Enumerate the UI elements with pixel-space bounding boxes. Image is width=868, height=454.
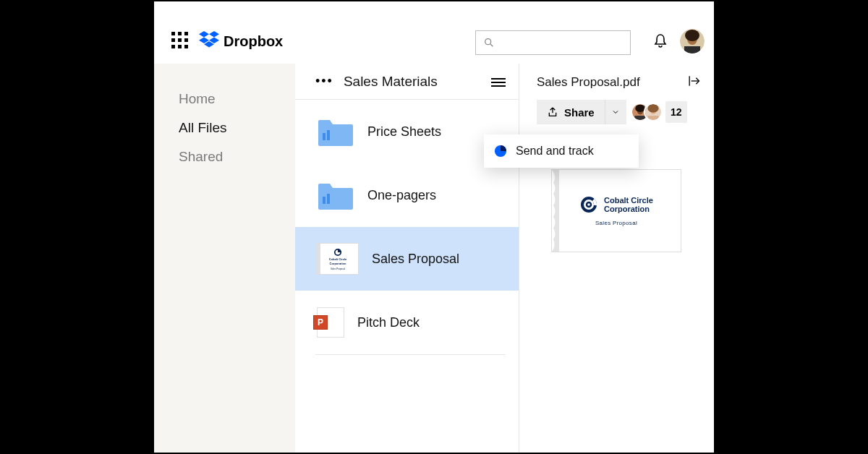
torn-edge-icon: [552, 170, 559, 252]
svg-rect-13: [327, 130, 330, 140]
folder-title: Sales Materials: [344, 74, 491, 90]
app-launcher-icon[interactable]: [171, 32, 189, 49]
powerpoint-icon: P: [317, 307, 344, 338]
share-icon: [547, 106, 558, 118]
file-label: One-pagers: [367, 188, 436, 203]
folder-icon: [317, 179, 354, 211]
sidebar-item-home[interactable]: Home: [179, 91, 295, 107]
svg-rect-28: [647, 116, 658, 121]
file-row-sales-proposal[interactable]: Cobalt Circle Corporation Sales Proposal…: [295, 227, 519, 291]
preview-subtitle: Sales Proposal: [595, 220, 637, 226]
svg-rect-23: [634, 116, 645, 121]
view-options-icon[interactable]: [491, 76, 506, 87]
file-label: Pitch Deck: [357, 315, 420, 330]
svg-point-5: [485, 39, 491, 45]
svg-line-6: [490, 44, 493, 46]
search-icon: [483, 37, 495, 48]
cobalt-logo-icon: [579, 195, 598, 214]
share-dropdown[interactable]: [605, 100, 626, 124]
detail-filename: Sales Proposal.pdf: [537, 75, 640, 90]
avatar: [644, 103, 663, 121]
detail-panel: Sales Proposal.pdf Share 12 Info: [519, 64, 714, 453]
preview-company-line2: Corporation: [604, 205, 653, 213]
divider: [315, 354, 506, 355]
sidebar: Home All Files Shared: [154, 64, 295, 453]
share-button[interactable]: Share: [537, 100, 605, 124]
dropbox-logo-icon[interactable]: [199, 31, 219, 51]
share-label: Share: [564, 106, 595, 119]
more-icon[interactable]: •••: [315, 74, 333, 89]
svg-marker-1: [209, 31, 219, 37]
popup-label: Send and track: [516, 145, 594, 158]
svg-rect-11: [684, 46, 700, 53]
file-thumbnail-icon: Cobalt Circle Corporation Sales Proposal: [317, 243, 359, 275]
search-input[interactable]: [475, 30, 631, 55]
preview-company-line1: Cobalt Circle: [604, 196, 653, 205]
file-label: Sales Proposal: [372, 252, 459, 267]
sidebar-item-all-files[interactable]: All Files: [179, 120, 295, 136]
folder-icon: [317, 116, 354, 147]
file-row-pitch-deck[interactable]: P Pitch Deck: [295, 291, 519, 354]
file-preview[interactable]: Cobalt Circle Corporation Sales Proposal: [551, 169, 681, 252]
avatar-count-badge[interactable]: 12: [665, 101, 687, 123]
notifications-icon[interactable]: [652, 33, 669, 50]
send-and-track-icon: [494, 145, 507, 158]
shared-avatars[interactable]: [631, 103, 663, 121]
svg-point-34: [587, 202, 591, 207]
user-avatar[interactable]: [680, 29, 705, 53]
svg-point-27: [647, 104, 658, 113]
svg-point-10: [685, 30, 699, 41]
collapse-panel-icon[interactable]: [686, 74, 701, 91]
file-label: Price Sheets: [367, 124, 441, 140]
svg-rect-15: [327, 194, 330, 204]
brand-name: Dropbox: [224, 33, 283, 50]
svg-rect-14: [323, 197, 326, 204]
sidebar-item-shared[interactable]: Shared: [179, 149, 295, 165]
svg-rect-12: [323, 133, 326, 140]
share-menu-item[interactable]: Send and track: [484, 134, 639, 168]
svg-marker-0: [199, 31, 209, 37]
folder-row-one-pagers[interactable]: One-pagers: [295, 163, 519, 227]
file-list: ••• Sales Materials Price Sheets: [295, 64, 519, 453]
